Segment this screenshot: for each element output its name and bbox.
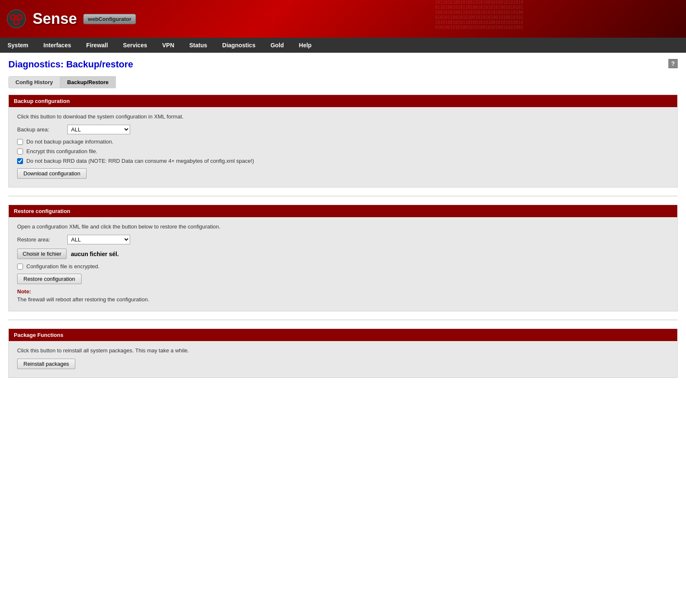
nav-diagnostics[interactable]: Diagnostics: [215, 38, 263, 53]
backup-section-body: Click this button to download the system…: [9, 107, 677, 187]
download-btn-container: Download configuration: [17, 168, 669, 179]
backup-section: Backup configuration Click this button t…: [8, 95, 678, 187]
encrypt-backup-label: Encrypt this configuration file.: [26, 148, 97, 154]
restore-config-button[interactable]: Restore configuration: [17, 274, 82, 284]
no-pkg-checkbox-row: Do not backup package information.: [17, 139, 669, 145]
help-icon[interactable]: ?: [668, 59, 678, 68]
header: 10110101001010010101001010010101010 0110…: [0, 0, 686, 38]
backup-area-select[interactable]: ALL System Interfaces Firewall NAT Servi…: [67, 125, 130, 134]
restore-btn-container: Restore configuration: [17, 274, 669, 284]
package-section-body: Click this button to reinstall all syste…: [9, 341, 677, 377]
nav-firewall[interactable]: Firewall: [79, 38, 115, 53]
no-rrd-label: Do not backup RRD data (NOTE: RRD Data c…: [26, 158, 254, 164]
restore-note: Note: The firewall will reboot after res…: [17, 288, 669, 303]
download-config-button[interactable]: Download configuration: [17, 168, 87, 179]
restore-section: Restore configuration Open a configurati…: [8, 205, 678, 311]
encrypt-restore-checkbox[interactable]: [17, 264, 23, 270]
package-section-header: Package Functions: [9, 329, 677, 341]
restore-section-header: Restore configuration: [9, 205, 677, 217]
no-rrd-checkbox-row: Do not backup RRD data (NOTE: RRD Data c…: [17, 158, 669, 164]
restore-description: Open a configuration XML file and click …: [17, 223, 669, 230]
tab-config-history[interactable]: Config History: [8, 76, 60, 88]
divider-1: [8, 196, 678, 196]
binary-decoration: 10110101001010010101001010010101010 0110…: [435, 0, 686, 38]
encrypt-backup-checkbox[interactable]: [17, 149, 23, 154]
logo-area: Sense webConfigurator: [6, 9, 136, 29]
nav-help[interactable]: Help: [292, 38, 319, 53]
restore-area-label: Restore area:: [17, 236, 67, 243]
no-file-text: aucun fichier sél.: [71, 251, 118, 257]
no-pkg-label: Do not backup package information.: [26, 139, 113, 145]
divider-2: [8, 320, 678, 320]
no-rrd-checkbox[interactable]: [17, 158, 23, 164]
package-description: Click this button to reinstall all syste…: [17, 347, 669, 354]
restore-area-row: Restore area: ALL System Interfaces Fire…: [17, 235, 669, 244]
note-label: Note:: [17, 288, 669, 295]
nav-services[interactable]: Services: [115, 38, 155, 53]
note-text: The firewall will reboot after restoring…: [17, 296, 669, 303]
choose-file-button[interactable]: Choisir le fichier: [17, 249, 67, 259]
nav-gold[interactable]: Gold: [263, 38, 292, 53]
page-title: Diagnostics: Backup/restore: [8, 59, 678, 70]
nav-vpn[interactable]: VPN: [155, 38, 182, 53]
package-section: Package Functions Click this button to r…: [8, 329, 678, 378]
encrypt-backup-checkbox-row: Encrypt this configuration file.: [17, 148, 669, 154]
backup-area-row: Backup area: ALL System Interfaces Firew…: [17, 125, 669, 134]
restore-area-select[interactable]: ALL System Interfaces Firewall NAT Servi…: [67, 235, 130, 244]
webconfigurator-badge: webConfigurator: [83, 14, 136, 24]
no-pkg-checkbox[interactable]: [17, 139, 23, 145]
file-input-row: Choisir le fichier aucun fichier sél.: [17, 249, 669, 259]
nav-status[interactable]: Status: [182, 38, 215, 53]
restore-section-body: Open a configuration XML file and click …: [9, 217, 677, 311]
backup-area-label: Backup area:: [17, 126, 67, 133]
backup-section-header: Backup configuration: [9, 95, 677, 107]
reinstall-packages-button[interactable]: Reinstall packages: [17, 359, 75, 369]
nav-system[interactable]: System: [0, 38, 36, 53]
main-content: ? Diagnostics: Backup/restore Config His…: [0, 53, 686, 616]
tabs-container: Config History Backup/Restore: [8, 76, 678, 88]
tab-backup-restore[interactable]: Backup/Restore: [60, 76, 116, 88]
pfsense-logo-icon: [6, 9, 26, 29]
nav-interfaces[interactable]: Interfaces: [36, 38, 79, 53]
encrypt-restore-label: Configuration file is encrypted.: [26, 263, 100, 270]
encrypt-restore-checkbox-row: Configuration file is encrypted.: [17, 263, 669, 270]
navbar: System Interfaces Firewall Services VPN …: [0, 38, 686, 53]
logo-text: Sense: [33, 10, 77, 28]
backup-description: Click this button to download the system…: [17, 113, 669, 120]
